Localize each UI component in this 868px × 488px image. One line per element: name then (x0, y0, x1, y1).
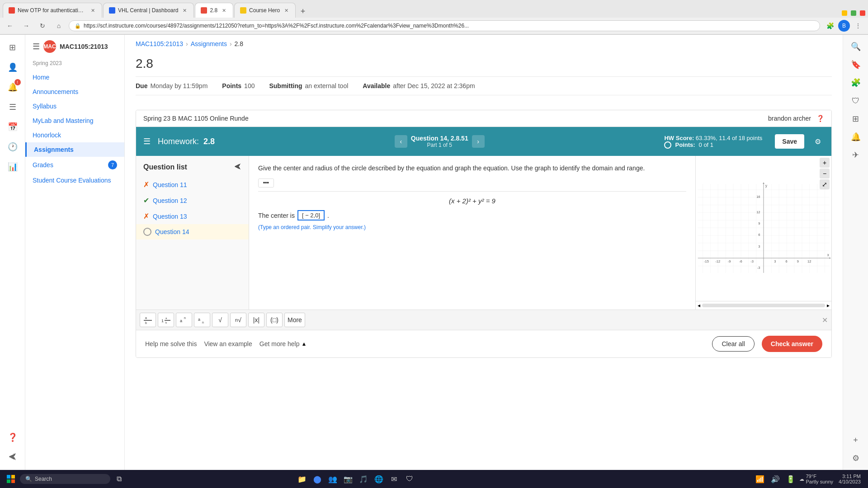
taskbar-defender-icon[interactable]: 🛡 (403, 472, 416, 486)
graph-scroll-left[interactable]: ◂ (698, 302, 700, 309)
sidebar-item-assignments[interactable]: Assignments (25, 142, 124, 157)
right-plus-icon[interactable]: + (848, 432, 864, 448)
hw-prev-btn[interactable]: ‹ (395, 135, 407, 148)
taskbar-teams-icon[interactable]: 👥 (326, 472, 340, 486)
forward-button[interactable]: → (20, 19, 33, 32)
hw-next-btn[interactable]: › (472, 135, 485, 148)
rail-inbox-icon[interactable]: ☰ (4, 98, 22, 116)
taskbar-search[interactable]: 🔍 Search (20, 474, 110, 484)
taskbar-explorer-icon[interactable]: 📁 (295, 472, 309, 486)
sidebar-item-honorlock[interactable]: Honorlock (25, 128, 124, 142)
question-list-panel: Question list ⮜ ✗ Question 11 ✔ Question… (136, 156, 249, 310)
window-maximize[interactable] (851, 10, 856, 16)
new-tab-button[interactable]: + (297, 5, 309, 18)
zoom-in-btn[interactable]: + (820, 158, 830, 168)
menu-button[interactable]: ⋮ (852, 19, 864, 32)
right-apps-icon[interactable]: ⊞ (848, 111, 864, 127)
tab-close-vhl[interactable]: ✕ (181, 7, 188, 14)
reload-button[interactable]: ↻ (36, 19, 49, 32)
rail-dashboard-icon[interactable]: ⊞ (4, 38, 22, 56)
zoom-out-btn[interactable]: − (820, 169, 830, 178)
tab-coursehero[interactable]: Course Hero ✕ (234, 3, 296, 18)
question-item-12[interactable]: ✔ Question 12 (136, 192, 249, 208)
taskbar-edge-icon[interactable]: 🌐 (372, 472, 386, 486)
sidebar-item-student-eval[interactable]: Student Course Evaluations (25, 173, 124, 188)
windows-start-button[interactable] (4, 472, 18, 486)
sidebar-item-syllabus[interactable]: Syllabus (25, 99, 124, 113)
question-list-scroll[interactable]: ✗ Question 11 ✔ Question 12 ✗ Question 1… (136, 177, 249, 276)
rail-grades-icon[interactable]: 📊 (4, 158, 22, 176)
grades-badge: 7 (108, 160, 117, 169)
math-btn-mixed-fraction[interactable]: 1ab (158, 313, 174, 327)
taskbar-task-view[interactable]: ⧉ (112, 472, 126, 486)
taskbar-camera-icon[interactable]: 📷 (341, 472, 355, 486)
home-button[interactable]: ⌂ (52, 19, 65, 32)
svg-rect-36 (11, 479, 15, 483)
right-bookmark-icon[interactable]: 🔖 (848, 56, 864, 73)
rail-notifications-icon[interactable]: 🔔! (4, 78, 22, 96)
profile-button[interactable]: B (838, 20, 850, 32)
tab-close-gmail[interactable]: ✕ (89, 7, 96, 14)
hw-menu-icon[interactable]: ☰ (143, 136, 151, 146)
window-minimize[interactable] (842, 10, 847, 16)
icon-rail: ⊞ 👤 🔔! ☰ 📅 🕐 📊 ❓ ⮜ (0, 35, 25, 470)
tab-close-canvas[interactable]: ✕ (220, 7, 227, 14)
taskbar-chrome-icon[interactable]: ⬤ (311, 472, 324, 486)
math-btn-more[interactable]: More (284, 313, 305, 327)
math-btn-sqrt[interactable]: √ (212, 313, 228, 327)
zoom-expand-btn[interactable]: ⤢ (820, 179, 830, 189)
check-answer-button[interactable]: Check answer (762, 336, 822, 352)
sidebar-item-grades[interactable]: Grades 7 (25, 157, 124, 173)
math-btn-grouped[interactable]: (□) (266, 313, 283, 327)
math-btn-nth-root[interactable]: n√ (230, 313, 246, 327)
math-btn-fraction[interactable]: ab (140, 313, 156, 327)
sidebar-item-mylab[interactable]: MyLab and Mastering (25, 113, 124, 128)
right-puzzle-icon[interactable]: 🧩 (848, 75, 864, 91)
ellipsis-btn[interactable]: ••• (258, 178, 274, 188)
rail-clock-icon[interactable]: 🕐 (4, 138, 22, 156)
help-solve-link[interactable]: Help me solve this (145, 340, 197, 347)
rail-profile-icon[interactable]: 👤 (4, 58, 22, 76)
breadcrumb-section[interactable]: Assignments (191, 40, 227, 47)
graph-horizontal-scroll[interactable] (702, 304, 825, 307)
math-btn-absolute[interactable]: |x| (248, 313, 264, 327)
breadcrumb-course[interactable]: MAC1105:21013 (136, 40, 183, 47)
right-shield-icon[interactable]: 🛡 (848, 93, 864, 109)
taskbar-music-icon[interactable]: 🎵 (357, 472, 370, 486)
hamburger-menu[interactable]: ☰ (33, 42, 40, 52)
sidebar-header: ☰ MAC MAC1105:21013 (25, 35, 124, 58)
extensions-button[interactable]: 🧩 (824, 19, 836, 32)
right-plane-icon[interactable]: ✈ (848, 147, 864, 163)
hw-settings-icon[interactable]: ⚙ (811, 135, 824, 148)
rail-help-icon[interactable]: ❓ (4, 428, 22, 446)
view-example-link[interactable]: View an example (204, 340, 252, 347)
right-zoom-in-icon[interactable]: 🔍 (848, 38, 864, 55)
math-btn-subscript[interactable]: an (194, 313, 210, 327)
tab-canvas[interactable]: 2.8 ✕ (195, 3, 233, 18)
question-item-11[interactable]: ✗ Question 11 (136, 177, 249, 192)
math-btn-superscript[interactable]: an (176, 313, 192, 327)
sidebar-item-home[interactable]: Home (25, 70, 124, 84)
right-settings-icon[interactable]: ⚙ (848, 450, 864, 466)
tab-vhl[interactable]: VHL Central | Dashboard ✕ (103, 3, 194, 18)
question-item-13[interactable]: ✗ Question 13 (136, 208, 249, 224)
ql-collapse-icon[interactable]: ⮜ (234, 163, 241, 171)
graph-scroll-right[interactable]: ▸ (827, 302, 830, 309)
help-icon[interactable]: ❓ (816, 115, 824, 122)
clear-all-button[interactable]: Clear all (712, 336, 754, 352)
window-close[interactable] (860, 10, 865, 16)
rail-collapse-icon[interactable]: ⮜ (4, 448, 22, 466)
right-bell-icon[interactable]: 🔔 (848, 129, 864, 145)
tab-close-coursehero[interactable]: ✕ (283, 7, 290, 14)
tab-gmail[interactable]: New OTP for authentication - br... ✕ (3, 3, 102, 18)
taskbar-mail-icon[interactable]: ✉ (387, 472, 401, 486)
get-more-help-link[interactable]: Get more help ▲ (259, 340, 307, 347)
hw-save-button[interactable]: Save (775, 134, 804, 149)
math-toolbar-close[interactable]: ✕ (822, 316, 828, 324)
url-bar[interactable]: 🔒 https://scf.instructure.com/courses/48… (69, 20, 820, 31)
sidebar-item-announcements[interactable]: Announcements (25, 84, 124, 99)
question-item-14[interactable]: Question 14 (136, 224, 249, 239)
center-input[interactable]: [ − 2,0] (297, 210, 325, 221)
rail-calendar-icon[interactable]: 📅 (4, 118, 22, 136)
back-button[interactable]: ← (4, 19, 16, 32)
